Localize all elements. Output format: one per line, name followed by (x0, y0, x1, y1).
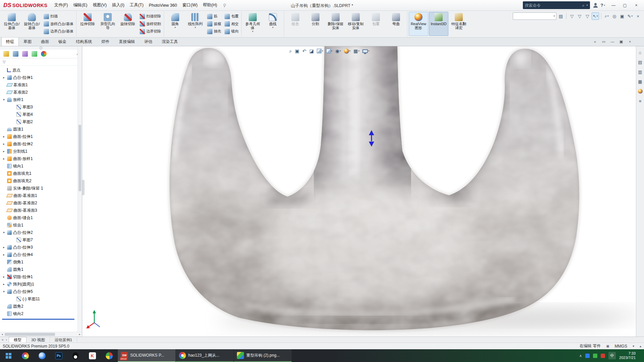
wrap-button[interactable]: 包覆 (223, 13, 240, 20)
lofted-boss-button[interactable]: 放样凸台/基体 (42, 20, 75, 28)
extruded-boss-button[interactable]: 拉伸凸台/基体 (2, 12, 21, 36)
tree-item[interactable]: ▾凸台-拉伸2 (1, 229, 77, 236)
menu-item[interactable]: 窗口(W) (180, 0, 200, 10)
expand-arrow-icon[interactable]: ▾ (2, 290, 6, 293)
tree-vertical-scrollbar[interactable] (78, 46, 82, 337)
tree-item[interactable]: ▾凸台-拉伸5 (1, 288, 77, 295)
doc-close-icon[interactable]: × (626, 38, 634, 45)
tree-item[interactable]: 曲面填充1 (1, 170, 77, 177)
expand-arrow-icon[interactable]: ▾ (2, 98, 6, 101)
taskbar-browser-button[interactable] (34, 349, 50, 362)
hook-model[interactable] (163, 46, 586, 337)
tree-item[interactable]: 草图3 (1, 103, 77, 111)
tree-item[interactable]: ▸阵列(圆周)1 (1, 280, 77, 288)
close-button[interactable]: × (631, 1, 642, 10)
command-search-box[interactable]: ⌕ ▾ (523, 1, 590, 9)
measure-icon[interactable]: ◎ (611, 12, 618, 20)
tray-expand-icon[interactable]: ∧ (579, 354, 582, 358)
tray-app2-icon[interactable] (593, 354, 597, 358)
tree-item[interactable]: ▾放样1 (1, 96, 77, 103)
tree-item[interactable]: 镜向1 (1, 162, 77, 170)
rib-button[interactable]: 筋 (206, 13, 222, 20)
task-pane-view-palette-button[interactable]: ▦ (637, 78, 644, 85)
select-tool-icon[interactable]: ↖▾ (592, 12, 599, 20)
swept-cut-button[interactable]: 扫描切除 (138, 13, 162, 20)
expand-arrow-icon[interactable]: ▾ (2, 231, 6, 234)
command-tab-特征[interactable]: 特征 (1, 37, 19, 46)
extruded-cut-button[interactable]: 拉伸切除 (78, 12, 97, 36)
task-pane-design-library-button[interactable]: ▤ (637, 59, 644, 65)
hide-show-items-button[interactable]: ◉▾ (335, 47, 342, 55)
tab-dimxpertmanager[interactable] (32, 51, 37, 57)
search-icon[interactable]: ⌕ (582, 3, 585, 8)
menu-item[interactable]: 帮助(H) (200, 0, 220, 10)
tree-horizontal-scrollbar[interactable]: ◂ ▸ (0, 332, 82, 337)
help-button[interactable]: ?▾ (601, 3, 605, 8)
tree-item[interactable]: 实体-删除/保留 1 (1, 185, 77, 192)
minimize-button[interactable]: — (608, 1, 619, 10)
pin-menu-icon[interactable] (222, 3, 227, 8)
tree-item[interactable]: 曲面-基准面2 (1, 199, 77, 207)
status-icon-1[interactable]: ▣ (606, 344, 609, 348)
feature-rename-macro-button[interactable]: 特征名翻译宏 (449, 12, 468, 36)
scroll-left-icon[interactable]: ◂ (0, 332, 4, 337)
mirror-button[interactable]: 镜向 (223, 28, 240, 35)
task-pane-home-button[interactable]: ⌂ (637, 49, 644, 56)
filter-edges-icon[interactable]: ▽ (584, 12, 591, 20)
tree-item[interactable]: ▸凸台-拉伸4 (1, 251, 77, 258)
delete-keep-body-button[interactable]: 删除/保留实体 (326, 12, 345, 36)
zoom-area-button[interactable]: ▣ (294, 47, 300, 55)
task-pane-custom-properties-button[interactable]: ≡ (637, 98, 644, 104)
swept-boss-button[interactable]: 扫描 (42, 13, 75, 20)
tree-item[interactable]: 组合1 (1, 221, 77, 229)
tray-app1-icon[interactable] (585, 354, 590, 358)
exit-sketch-icon[interactable]: × (635, 12, 641, 20)
doc-restore-icon[interactable]: ▣ (617, 38, 625, 45)
doc-minimize-icon[interactable]: — (608, 38, 616, 45)
pane-split-icon[interactable]: ▭ (600, 38, 608, 45)
revolved-cut-button[interactable]: 旋转切除 (118, 12, 138, 36)
search-input[interactable] (525, 3, 580, 8)
command-tab-草图[interactable]: 草图 (19, 37, 36, 46)
panel-splitter-handle[interactable] (82, 180, 85, 195)
taskbar-photoshop-button[interactable]: Ps (50, 349, 67, 362)
menu-item[interactable]: 文件(F) (52, 0, 71, 10)
user-account-icon[interactable] (593, 3, 598, 8)
filter-wireframe-icon[interactable]: ▽ (568, 12, 575, 20)
boundary-cut-button[interactable]: 边界切除 (138, 28, 162, 35)
linear-pattern-button[interactable]: 线性阵列▾ (186, 12, 205, 36)
command-tab-评估[interactable]: 评估 (140, 37, 157, 46)
status-units[interactable]: MMGS (615, 344, 627, 349)
command-tab-焊件[interactable]: 焊件 (97, 37, 114, 46)
panel-splitter[interactable] (0, 46, 82, 50)
tree-item[interactable]: 草图2 (1, 118, 77, 125)
zoom-fit-button[interactable]: ⌕ (289, 47, 293, 55)
reference-geometry-button[interactable]: 参考几何体▾ (243, 12, 262, 36)
expand-arrow-icon[interactable]: ▸ (2, 253, 6, 256)
move-copy-body-button[interactable]: 移动/复制实体 (346, 12, 365, 36)
boundary-boss-button[interactable]: 边界凸台/基体 (42, 28, 75, 35)
shell-button[interactable]: 抽壳 (206, 28, 222, 35)
tree-item[interactable]: 圆角2 (1, 303, 77, 310)
tree-item[interactable]: 圆顶1 (1, 125, 77, 133)
3d-model-canvas[interactable] (82, 46, 636, 337)
tree-item[interactable]: ▸曲面-拉伸1 (1, 133, 77, 140)
maximize-button[interactable]: ▢ (619, 1, 631, 10)
taskbar-k-button[interactable]: K (84, 349, 101, 362)
realview-graphics-button[interactable]: RealView图形 (409, 12, 428, 36)
tree-item[interactable]: 原点 (1, 66, 77, 74)
expand-arrow-icon[interactable]: ▸ (2, 157, 6, 160)
display-style-button[interactable]: ▾ (326, 47, 333, 55)
expand-arrow-icon[interactable]: ▸ (2, 246, 6, 249)
tree-item[interactable]: ▸曲面-放样1 (1, 155, 77, 162)
tab-propertymanager[interactable] (13, 51, 18, 57)
tree-item[interactable]: ▸曲面-拉伸2 (1, 140, 77, 148)
tree-item[interactable]: ▸切除-拉伸1 (1, 273, 77, 280)
command-tab-曲面[interactable]: 曲面 (36, 37, 54, 46)
edit-appearance-button[interactable]: ▾ (343, 47, 351, 55)
status-expand-icon[interactable]: ▴ (640, 344, 641, 348)
filter-funnel-icon[interactable]: ▽ (3, 60, 5, 64)
command-combo[interactable]: ▾ (513, 12, 556, 20)
view-tab-3D 视图[interactable]: 3D 视图 (27, 337, 50, 343)
tree-item[interactable]: ▸分割线1 (1, 148, 77, 155)
